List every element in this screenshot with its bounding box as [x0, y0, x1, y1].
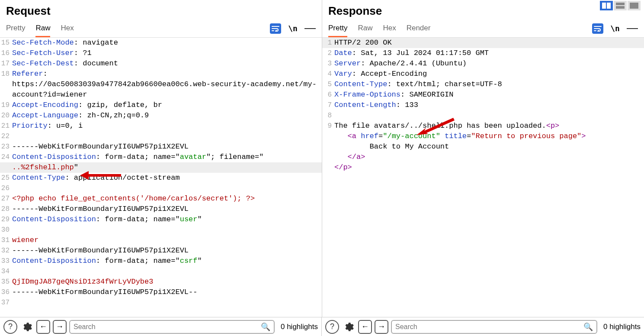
line-number: 6 — [322, 90, 334, 100]
line-number: 15 — [0, 38, 12, 48]
line-number: 1 — [322, 38, 334, 48]
code-content: <a href="/my-account" title="Return to p… — [334, 131, 644, 142]
code-line: 32------WebKitFormBoundaryII6UWP57pi1X2E… — [0, 246, 322, 256]
code-content: HTTP/2 200 OK — [334, 38, 644, 48]
code-line: 3Server: Apache/2.4.41 (Ubuntu) — [322, 58, 644, 69]
line-number: 34 — [0, 266, 12, 277]
line-number: 23 — [0, 142, 12, 152]
code-line: 15Sec-Fetch-Mode: navigate — [0, 38, 322, 48]
newline-toggle-button[interactable]: \n — [287, 23, 298, 34]
response-editor[interactable]: 1HTTP/2 200 OK2Date: Sat, 13 Jul 2024 01… — [322, 38, 644, 317]
settings-button[interactable] — [342, 320, 356, 334]
response-tabs: PrettyRawHexRender — [328, 21, 430, 37]
code-line: 9The file avatars/../shell.php has been … — [322, 121, 644, 131]
line-number: 24 — [0, 152, 12, 162]
code-line: 31wiener — [0, 235, 322, 246]
code-content: Back to My Account — [334, 142, 644, 152]
code-line: 34 — [0, 266, 322, 277]
code-line: 19Accept-Encoding: gzip, deflate, br — [0, 100, 322, 110]
code-content: Content-Disposition: form-data; name="av… — [12, 152, 322, 162]
code-line: 29Content-Disposition: form-data; name="… — [0, 214, 322, 225]
request-editor[interactable]: 15Sec-Fetch-Mode: navigate16Sec-Fetch-Us… — [0, 38, 322, 317]
next-button[interactable]: → — [53, 320, 67, 334]
code-content: wiener — [12, 235, 322, 246]
code-content — [334, 110, 644, 121]
next-button[interactable]: → — [375, 320, 388, 334]
search-icon: 🔍 — [583, 322, 593, 332]
code-content — [12, 266, 322, 277]
request-panel: Request PrettyRawHex \n 15Sec-Fetch-Mode… — [0, 0, 322, 317]
code-content: Vary: Accept-Encoding — [334, 69, 644, 79]
search-icon: 🔍 — [261, 322, 270, 332]
line-number: 22 — [0, 131, 12, 142]
line-number: 18 — [0, 69, 12, 79]
help-button[interactable]: ? — [3, 320, 17, 334]
layout-stack-button[interactable] — [614, 1, 627, 10]
prev-button[interactable]: ← — [36, 320, 50, 334]
code-content: Accept-Language: zh-CN,zh;q=0.9 — [12, 110, 322, 121]
actions-menu-button[interactable] — [304, 23, 316, 34]
line-number: 17 — [0, 58, 12, 69]
code-line: https://0ac50083039a9477842ab96600ea00c6… — [0, 79, 322, 100]
svg-rect-0 — [602, 3, 606, 9]
line-number: 16 — [0, 48, 12, 58]
line-number: 30 — [0, 225, 12, 235]
code-content: ------WebKitFormBoundaryII6UWP57pi1X2EVL — [12, 246, 322, 256]
code-line: ..%2fshell.php" — [0, 162, 322, 173]
request-tabs: PrettyRawHex — [6, 21, 74, 37]
line-number — [322, 162, 334, 173]
code-content: Priority: u=0, i — [12, 121, 322, 131]
response-tab-pretty[interactable]: Pretty — [328, 21, 347, 37]
response-tab-render[interactable]: Render — [407, 21, 431, 37]
wrap-toggle-button[interactable] — [270, 23, 281, 34]
layout-single-button[interactable] — [628, 1, 641, 10]
code-content: Date: Sat, 13 Jul 2024 01:17:50 GMT — [334, 48, 644, 58]
code-content — [12, 131, 322, 142]
code-content: The file avatars/../shell.php has been u… — [334, 121, 644, 131]
search-box[interactable]: 🔍 — [69, 320, 275, 334]
code-line: </a> — [322, 152, 644, 162]
response-tab-raw[interactable]: Raw — [358, 21, 372, 37]
code-content: Referer: — [12, 69, 322, 79]
response-tab-hex[interactable]: Hex — [383, 21, 396, 37]
line-number: 20 — [0, 110, 12, 121]
newline-toggle-button[interactable]: \n — [609, 23, 621, 34]
code-line: 36------WebKitFormBoundaryII6UWP57pi1X2E… — [0, 287, 322, 297]
code-line: 21Priority: u=0, i — [0, 121, 322, 131]
code-line: 23------WebKitFormBoundaryII6UWP57pi1X2E… — [0, 142, 322, 152]
line-number: 31 — [0, 235, 12, 246]
search-input[interactable] — [395, 323, 583, 331]
code-content: Content-Type: application/octet-stream — [12, 173, 322, 183]
line-number — [0, 162, 12, 173]
code-line: 26 — [0, 183, 322, 194]
bottom-bar: ? ← → 🔍 0 highlights ? ← → 🔍 0 highlight… — [0, 317, 644, 336]
code-content: Content-Type: text/html; charset=UTF-8 — [334, 79, 644, 90]
line-number: 27 — [0, 194, 12, 204]
code-line: </p> — [322, 162, 644, 173]
line-number: 33 — [0, 256, 12, 266]
actions-menu-button[interactable] — [627, 23, 638, 34]
highlights-count: 0 highlights — [603, 323, 641, 331]
code-line: 18Referer: — [0, 69, 322, 79]
line-number: 35 — [0, 277, 12, 287]
layout-split-button[interactable] — [600, 1, 613, 10]
code-content: Sec-Fetch-Mode: navigate — [12, 38, 322, 48]
code-content: Content-Length: 133 — [334, 100, 644, 110]
line-number: 8 — [322, 110, 334, 121]
help-button[interactable]: ? — [325, 320, 339, 334]
request-title: Request — [6, 4, 316, 18]
prev-button[interactable]: ← — [358, 320, 372, 334]
line-number: 4 — [322, 69, 334, 79]
response-title: Response — [328, 4, 638, 18]
line-number: 32 — [0, 246, 12, 256]
wrap-toggle-button[interactable] — [592, 23, 603, 34]
code-content: Content-Disposition: form-data; name="cs… — [12, 256, 322, 266]
request-tab-pretty[interactable]: Pretty — [6, 21, 25, 37]
request-tab-hex[interactable]: Hex — [61, 21, 74, 37]
settings-button[interactable] — [20, 320, 34, 334]
search-input[interactable] — [74, 323, 261, 331]
code-line: 28------WebKitFormBoundaryII6UWP57pi1X2E… — [0, 204, 322, 214]
request-tab-raw[interactable]: Raw — [35, 21, 50, 37]
line-number: 7 — [322, 100, 334, 110]
search-box[interactable]: 🔍 — [391, 320, 597, 334]
